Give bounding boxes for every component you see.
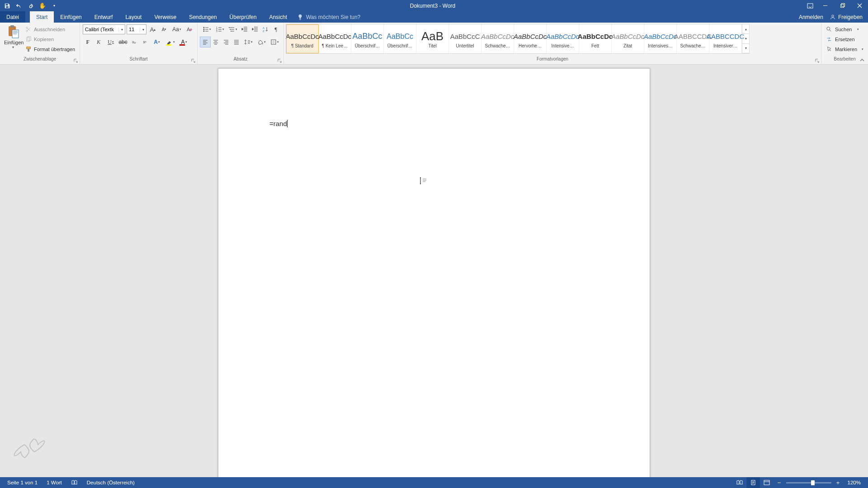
gallery-down-button[interactable]: ▾ [742,34,749,43]
font-name-combo[interactable]: ▾ [83,24,125,34]
svg-rect-1 [6,6,8,8]
style-item[interactable]: AaBTitel [416,24,449,53]
document-body[interactable]: =rand [269,120,599,127]
shading-button[interactable]: ▾ [255,37,268,47]
zoom-in-button[interactable]: + [834,479,842,486]
tab-verweise[interactable]: Verweise [148,11,183,23]
decrease-font-button[interactable]: A▾ [159,24,169,34]
tab-entwurf[interactable]: Entwurf [88,11,119,23]
language-button[interactable]: Deutsch (Österreich) [82,477,139,488]
bold-button[interactable]: F [83,37,93,47]
signin-button[interactable]: Anmelden [799,14,823,20]
highlight-button[interactable]: ▾ [164,37,177,47]
tab-überprüfen[interactable]: Überprüfen [223,11,263,23]
format-painter-button[interactable]: Format übertragen [24,45,77,54]
page[interactable]: =rand [218,68,650,477]
style-item[interactable]: AaBbCcCUntertitel [449,24,481,53]
svg-point-18 [203,29,204,30]
document-workspace[interactable]: =rand [0,65,868,477]
font-size-input[interactable] [127,25,140,34]
zoom-percent[interactable]: 120% [845,477,863,488]
align-right-button[interactable] [221,37,231,47]
minimize-button[interactable] [816,0,834,11]
show-marks-button[interactable]: ¶ [271,24,281,34]
page-indicator[interactable]: Seite 1 von 1 [3,477,42,488]
chevron-down-icon[interactable]: ▾ [140,28,146,32]
borders-button[interactable]: ▾ [268,37,281,47]
zoom-slider[interactable] [786,482,831,483]
style-item[interactable]: AaBbCcDcZitat [612,24,644,53]
qat-customize-icon[interactable]: ▾ [49,1,60,11]
styles-dialog-launcher[interactable] [814,57,820,64]
align-center-button[interactable] [211,37,221,47]
underline-button[interactable]: U▾ [104,37,117,47]
font-color-button[interactable]: A▾ [178,37,190,47]
tab-ansicht[interactable]: Ansicht [263,11,293,23]
cut-button: Ausschneiden [24,25,77,34]
replace-button[interactable]: Ersetzen [824,35,865,44]
gallery-up-button[interactable]: ▴ [742,24,749,34]
print-layout-button[interactable] [746,477,760,488]
collapse-ribbon-button[interactable] [858,57,866,63]
copy-icon [25,36,32,42]
close-button[interactable] [851,0,868,11]
gallery-more-button[interactable]: ▾ [742,44,749,53]
style-item[interactable]: AaBbCcÜberschrif… [384,24,416,53]
increase-indent-button[interactable] [250,24,260,34]
tab-start[interactable]: Start [30,11,54,23]
sort-button[interactable]: AZ [260,24,270,34]
strikethrough-button[interactable]: abc [118,37,128,47]
web-layout-button[interactable] [760,477,774,488]
style-item[interactable]: AaBbCcDc¶ Kein Lee… [319,24,351,53]
bullets-button[interactable]: ▾ [200,24,213,34]
superscript-button[interactable]: x² [140,37,150,47]
paragraph-dialog-launcher[interactable] [276,57,283,64]
text-effects-button[interactable]: A▾ [151,37,163,47]
style-item[interactable]: AaBbCcDcIntensives… [644,24,677,53]
style-item[interactable]: AABBCCDCIntensiver… [709,24,742,53]
justify-button[interactable] [231,37,241,47]
maximize-button[interactable] [834,0,851,11]
tab-sendungen[interactable]: Sendungen [183,11,223,23]
tell-me-search[interactable]: Was möchten Sie tun? [293,11,360,23]
spellcheck-button[interactable] [66,477,82,488]
redo-icon[interactable] [25,1,36,11]
tab-layout[interactable]: Layout [119,11,148,23]
style-item[interactable]: AaBbCcDcIntensive… [547,24,579,53]
zoom-out-button[interactable]: − [775,479,783,486]
multilevel-list-button[interactable]: ▾ [226,24,239,34]
style-item[interactable]: AABBCCDCSchwache… [677,24,709,53]
align-left-button[interactable] [200,37,210,47]
ribbon-display-options-icon[interactable] [804,0,816,11]
italic-button[interactable]: K [94,37,104,47]
tab-file[interactable]: Datei [0,11,25,23]
chevron-down-icon[interactable]: ▾ [118,28,125,32]
undo-icon[interactable] [14,1,24,11]
style-item[interactable]: AaBbCcDc¶ Standard [286,24,319,53]
share-button[interactable]: Freigeben [830,14,863,20]
line-spacing-button[interactable]: ▾ [242,37,255,47]
find-button[interactable]: Suchen▾ [824,25,865,34]
font-dialog-launcher[interactable] [190,57,196,64]
clear-formatting-button[interactable]: A [184,24,194,34]
increase-font-button[interactable]: A▴ [148,24,158,34]
read-mode-button[interactable] [733,477,746,488]
decrease-indent-button[interactable] [240,24,250,34]
style-item[interactable]: AaBbCcÜberschrif… [351,24,384,53]
save-icon[interactable] [2,1,13,11]
touch-mode-icon[interactable]: ✋ [37,1,48,11]
outdent-icon [241,26,248,33]
font-size-combo[interactable]: ▾ [127,24,146,34]
style-item[interactable]: AaBbCcDcFett [579,24,612,53]
change-case-button[interactable]: Aa▾ [170,24,183,34]
subscript-button[interactable]: x₂ [129,37,139,47]
clipboard-dialog-launcher[interactable] [72,57,79,64]
numbering-button[interactable]: 123▾ [213,24,226,34]
font-name-input[interactable] [83,25,118,34]
word-count[interactable]: 1 Wort [42,477,66,488]
style-item[interactable]: AaBbCcDcHervorhe… [514,24,547,53]
select-button[interactable]: Markieren▾ [824,45,865,54]
style-item[interactable]: AaBbCcDcSchwache… [481,24,514,53]
paste-button[interactable]: Einfügen ▾ [4,24,22,49]
tab-einfügen[interactable]: Einfügen [54,11,88,23]
